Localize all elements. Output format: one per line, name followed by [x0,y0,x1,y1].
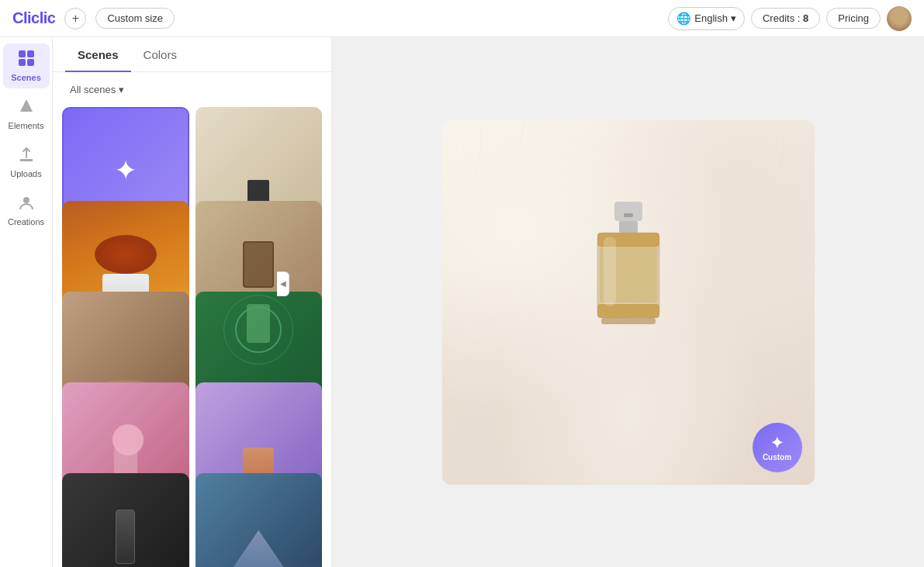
filter-button[interactable]: All scenes ▾ [62,80,132,99]
panel-filter: All scenes ▾ [53,72,331,107]
credits-button[interactable]: Credits : 8 [751,8,820,29]
scenes-label: Scenes [11,73,41,82]
svg-point-4 [23,197,29,203]
canvas-area: ✦ Custom [332,37,924,567]
svg-rect-6 [619,221,638,233]
fur-background [442,120,815,485]
chevron-down-icon: ▾ [731,12,736,24]
tab-colors[interactable]: Colors [131,37,189,72]
custom-badge-star-icon: ✦ [770,434,784,452]
app-header: Cliclic + Custom size 🌐 English ▾ Credit… [0,0,924,37]
collapse-panel-button[interactable]: ◀ [277,271,289,296]
header-right: 🌐 English ▾ Credits : 8 Pricing [668,6,912,31]
sidebar-item-uploads[interactable]: Uploads [3,140,50,185]
uploads-label: Uploads [10,169,41,178]
canvas-image: ✦ Custom [442,120,815,485]
panel-tabs: Scenes Colors [53,37,331,72]
avatar-image [887,6,912,31]
custom-star-icon: ✦ [114,154,137,187]
app-logo: Cliclic [12,9,55,27]
custom-badge[interactable]: ✦ Custom [753,423,802,472]
filter-chevron-icon: ▾ [119,84,124,95]
sidebar-item-scenes[interactable]: Scenes [3,43,50,88]
custom-size-button[interactable]: Custom size [95,8,175,29]
scene-card-mountain[interactable] [196,473,323,567]
svg-rect-12 [604,237,616,306]
elements-label: Elements [9,121,44,130]
elements-icon [18,98,35,119]
pricing-button[interactable]: Pricing [826,8,881,29]
tab-scenes[interactable]: Scenes [65,37,131,72]
header-left: Cliclic + Custom size [12,8,175,29]
sidebar-item-elements[interactable]: Elements [3,92,50,137]
collapse-icon: ◀ [280,279,286,288]
icon-sidebar: Scenes Elements Uploads [0,37,53,567]
language-button[interactable]: 🌐 English ▾ [668,7,745,30]
creations-icon [18,194,35,215]
svg-rect-0 [19,50,26,57]
svg-rect-7 [624,213,633,217]
svg-rect-10 [597,304,659,318]
scene-grid: ✦ Custom Sunny tabletop Autumn [53,107,331,567]
perfume-bottle-svg [551,194,706,411]
scenes-icon [18,50,35,71]
svg-rect-5 [614,202,642,221]
scene-card-dark[interactable] [62,473,189,567]
svg-rect-13 [601,318,656,324]
avatar[interactable] [887,6,912,31]
custom-badge-label: Custom [763,453,791,462]
filter-label: All scenes [70,84,116,95]
credits-value: 8 [803,12,808,24]
sidebar-item-creations[interactable]: Creations [3,188,50,233]
svg-rect-1 [27,50,34,57]
main-content: Scenes Elements Uploads [0,37,924,567]
globe-icon: 🌐 [677,12,691,26]
canvas-wrapper: ✦ Custom [442,120,815,485]
svg-rect-2 [19,59,26,66]
scene-panel: Scenes Colors All scenes ▾ ✦ Custom [53,37,332,567]
svg-rect-3 [27,59,34,66]
uploads-icon [18,146,35,167]
credits-text: Credits : [763,12,800,24]
plus-button[interactable]: + [64,8,86,29]
language-label: English [694,12,728,24]
creations-label: Creations [8,217,44,226]
